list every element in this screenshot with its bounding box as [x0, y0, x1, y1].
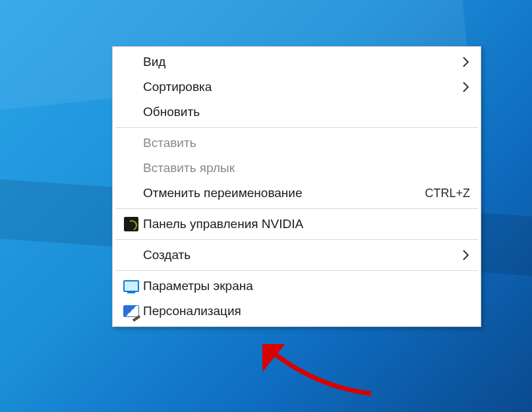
- menu-separator: [115, 270, 478, 271]
- chevron-right-icon: [454, 81, 470, 93]
- menu-separator: [115, 127, 478, 128]
- personalize-icon: [119, 303, 143, 319]
- menu-item-label: Панель управления NVIDIA: [143, 217, 454, 231]
- menu-item-nvidia[interactable]: Панель управления NVIDIA: [114, 212, 479, 237]
- icon-slot: [119, 135, 143, 151]
- menu-item-label: Персонализация: [143, 304, 454, 318]
- menu-item-accelerator: CTRL+Z: [411, 187, 470, 200]
- icon-slot: [119, 185, 143, 201]
- menu-separator: [115, 208, 478, 209]
- menu-item-label: Вставить: [143, 136, 454, 150]
- chevron-right-icon: [454, 56, 470, 68]
- menu-item-label: Вид: [143, 55, 454, 69]
- icon-slot: [119, 247, 143, 263]
- menu-item-sort[interactable]: Сортировка: [114, 74, 479, 100]
- menu-item-label: Вставить ярлык: [143, 161, 454, 175]
- menu-item-paste-shortcut: Вставить ярлык: [114, 156, 479, 181]
- menu-item-label: Сортировка: [143, 80, 454, 94]
- menu-item-undo-rename[interactable]: Отменить переименование CTRL+Z: [114, 181, 479, 206]
- menu-item-refresh[interactable]: Обновить: [114, 100, 479, 125]
- chevron-right-icon: [454, 249, 470, 261]
- annotation-arrow-icon: [262, 344, 374, 397]
- desktop-context-menu: Вид Сортировка Обновить Вставить Вставит…: [112, 46, 481, 327]
- menu-item-display-settings[interactable]: Параметры экрана: [114, 274, 479, 299]
- menu-item-label: Отменить переименование: [143, 186, 411, 200]
- menu-item-label: Параметры экрана: [143, 279, 454, 293]
- menu-item-paste: Вставить: [114, 131, 479, 156]
- display-icon: [119, 278, 143, 294]
- icon-slot: [119, 79, 143, 95]
- menu-item-label: Создать: [143, 248, 454, 262]
- nvidia-icon: [119, 216, 143, 232]
- menu-item-view[interactable]: Вид: [114, 49, 479, 74]
- menu-separator: [115, 239, 478, 240]
- menu-item-personalize[interactable]: Персонализация: [114, 299, 479, 324]
- icon-slot: [119, 160, 143, 176]
- icon-slot: [119, 104, 143, 120]
- icon-slot: [119, 54, 143, 70]
- menu-item-new[interactable]: Создать: [114, 243, 479, 268]
- menu-item-label: Обновить: [143, 105, 454, 119]
